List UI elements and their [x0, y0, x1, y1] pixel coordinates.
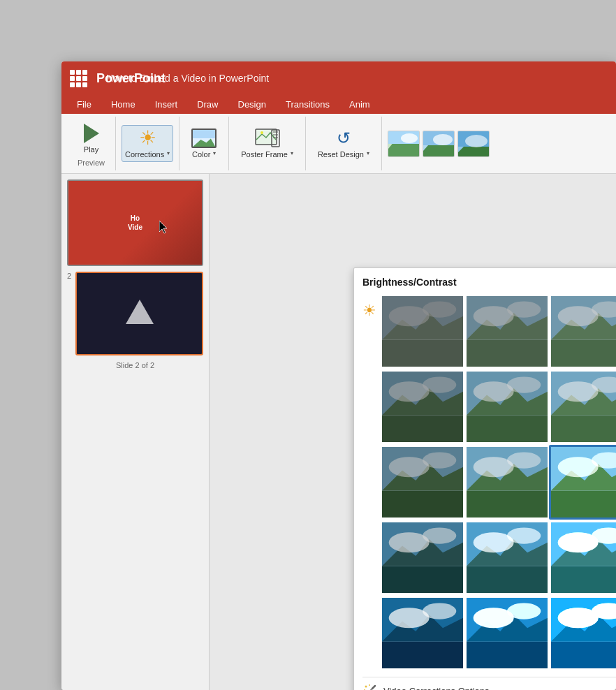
- ribbon-group-preview: Play Preview: [67, 117, 116, 170]
- correction-cell-1-1[interactable]: [381, 295, 464, 368]
- color-button[interactable]: Color ▾: [185, 125, 223, 162]
- color-icon: [191, 129, 217, 148]
- slide-2-row: 2: [67, 272, 203, 355]
- corrections-button[interactable]: ☀ Corrections ▾: [122, 125, 173, 162]
- svg-rect-96: [382, 642, 463, 668]
- correction-cell-4-2[interactable]: [465, 521, 549, 594]
- play-icon: [84, 124, 99, 143]
- tab-home[interactable]: Home: [101, 95, 145, 114]
- corrections-image-grid: [381, 295, 616, 670]
- correction-cell-4-3[interactable]: [550, 521, 616, 594]
- ribbon-group-styles: [382, 117, 495, 170]
- svg-point-14: [465, 135, 487, 147]
- correction-cell-4-1[interactable]: [381, 521, 464, 594]
- ribbon-group-reset: ↺ Reset Design ▾: [306, 117, 382, 170]
- triangle-shape-icon: [126, 300, 154, 324]
- poster-frame-icon: [255, 129, 280, 148]
- apps-icon[interactable]: [70, 70, 89, 87]
- ribbon-content: Play Preview ☀ Corrections ▾: [61, 114, 616, 174]
- video-corrections-options-button[interactable]: Video Corrections Options...: [362, 677, 616, 690]
- svg-rect-76: [382, 566, 463, 593]
- correction-cell-2-2[interactable]: [465, 370, 549, 443]
- svg-rect-24: [551, 340, 616, 367]
- correction-cell-2-3[interactable]: [550, 370, 616, 443]
- tab-design[interactable]: Design: [228, 95, 276, 114]
- slide-2-number: 2: [67, 272, 71, 280]
- corrections-dropdown: Brightness/Contrast ☀: [353, 267, 616, 690]
- reset-label-row: Reset Design ▾: [318, 148, 369, 159]
- tab-transitions[interactable]: Transitions: [276, 95, 339, 114]
- slide-thumb-1[interactable]: Ho Vide: [67, 179, 203, 266]
- svg-point-18: [423, 301, 456, 317]
- play-label: Play: [84, 145, 98, 154]
- svg-rect-80: [467, 566, 548, 593]
- reset-design-button[interactable]: ↺ Reset Design ▾: [311, 125, 376, 162]
- svg-point-11: [433, 134, 453, 145]
- svg-point-38: [423, 376, 456, 392]
- svg-rect-104: [551, 642, 616, 668]
- correction-cell-5-1[interactable]: [381, 596, 464, 670]
- correction-cell-3-3[interactable]: [550, 446, 616, 519]
- reset-label: Reset Design: [318, 150, 364, 159]
- title-bar: PowerPoint How to Embed a Video in Power…: [61, 61, 616, 95]
- corrections-label-row: Corrections ▾: [125, 148, 170, 159]
- sun-column: ☀: [362, 295, 376, 670]
- svg-point-115: [365, 686, 367, 688]
- style-thumb-3[interactable]: [457, 131, 490, 157]
- correction-cell-2-1[interactable]: [381, 370, 464, 443]
- svg-point-62: [507, 452, 541, 468]
- svg-rect-56: [382, 491, 463, 518]
- ribbon-group-poster-frame: Poster Frame ▾: [229, 117, 306, 170]
- corrections-grid-wrapper: ☀: [362, 295, 616, 670]
- svg-rect-64: [551, 491, 616, 518]
- slide-canvas-area: Brightness/Contrast ☀: [210, 174, 616, 690]
- svg-rect-20: [467, 340, 548, 367]
- poster-frame-button[interactable]: Poster Frame ▾: [235, 125, 300, 162]
- svg-rect-16: [382, 340, 463, 367]
- video-corrections-label: Video Corrections Options...: [383, 686, 497, 691]
- correction-cell-5-3[interactable]: [550, 596, 616, 670]
- style-thumb-1[interactable]: [388, 131, 420, 157]
- app-window: PowerPoint How to Embed a Video in Power…: [61, 61, 616, 690]
- svg-rect-84: [551, 566, 616, 593]
- poster-frame-label-row: Poster Frame ▾: [241, 148, 293, 159]
- svg-point-5: [261, 131, 263, 134]
- correction-cell-1-3[interactable]: [550, 295, 616, 368]
- corrections-underline-c: C: [409, 686, 416, 691]
- ribbon-tabs-bar: File Home Insert Draw Design Transitions…: [61, 95, 616, 114]
- style-thumb-2[interactable]: [423, 131, 455, 157]
- svg-rect-40: [467, 416, 548, 442]
- color-label-row: Color ▾: [192, 148, 216, 159]
- tab-file[interactable]: File: [67, 95, 101, 114]
- ribbon-group-corrections: ☀ Corrections ▾: [116, 117, 179, 170]
- wand-icon: [362, 683, 378, 690]
- preview-group-label: Preview: [78, 159, 105, 167]
- svg-point-42: [507, 376, 541, 392]
- slide-panel: Ho Vide 2 Slide 2 of 2: [61, 174, 210, 690]
- doc-title-label: How to Embed a Video in PowerPoint: [106, 73, 269, 84]
- svg-rect-36: [382, 416, 463, 442]
- main-content: Ho Vide 2 Slide 2 of 2 Brightness/Cont: [61, 174, 616, 690]
- sun-large-icon: ☀: [362, 302, 376, 320]
- tab-animations[interactable]: Anim: [339, 95, 380, 114]
- play-button[interactable]: Play: [78, 120, 105, 157]
- title-bar-content: PowerPoint How to Embed a Video in Power…: [70, 70, 269, 87]
- correction-cell-1-2[interactable]: [465, 295, 549, 368]
- slide-count-label: Slide 2 of 2: [67, 361, 203, 369]
- svg-point-82: [507, 527, 541, 543]
- corrections-label: Corrections: [125, 150, 164, 159]
- color-chevron-icon: ▾: [213, 150, 216, 156]
- correction-cell-5-2[interactable]: [465, 596, 549, 670]
- svg-point-8: [401, 133, 418, 143]
- reset-chevron-icon: ▾: [367, 150, 369, 156]
- svg-rect-100: [467, 642, 548, 668]
- correction-cell-3-1[interactable]: [381, 446, 464, 519]
- svg-rect-60: [467, 491, 548, 518]
- poster-frame-label: Poster Frame: [241, 150, 288, 159]
- slide-thumb-2[interactable]: [75, 272, 203, 355]
- tab-insert[interactable]: Insert: [145, 95, 188, 114]
- correction-cell-3-2[interactable]: [465, 446, 549, 519]
- slide-1-title: Ho Vide: [125, 211, 145, 235]
- styles-gallery: [388, 131, 490, 157]
- tab-draw[interactable]: Draw: [187, 95, 228, 114]
